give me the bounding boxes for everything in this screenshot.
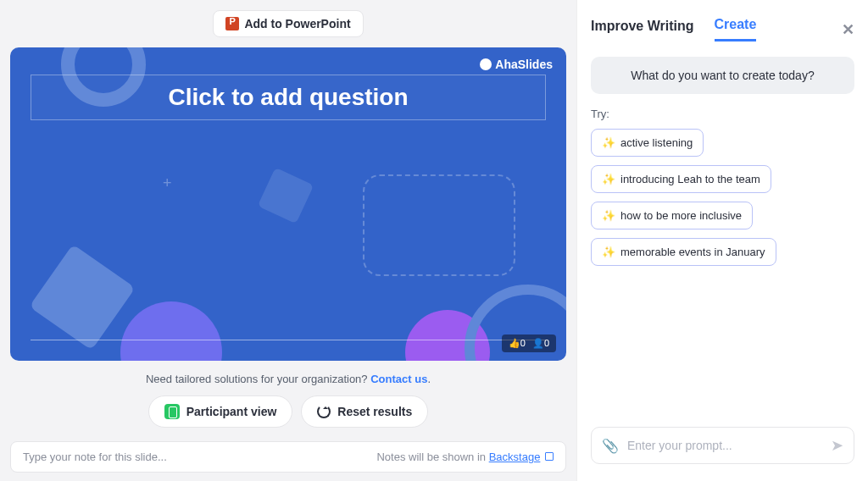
question-placeholder: Click to add question: [40, 84, 537, 111]
prompt-input[interactable]: [627, 439, 822, 452]
thumbs-stat: 👍0: [509, 338, 526, 349]
help-suffix: .: [427, 373, 431, 385]
notes-placeholder: Type your note for this slide...: [23, 451, 167, 463]
deco-square-icon: [29, 244, 135, 350]
chip-label: how to be more inclusive: [620, 209, 742, 222]
brand-logo-icon: [480, 58, 492, 70]
brand-watermark: AhaSlides: [480, 58, 553, 71]
panel-tabs: Improve Writing Create ✕: [591, 17, 854, 41]
external-link-icon: [545, 452, 554, 461]
powerpoint-icon: [225, 17, 239, 30]
prompt-hero: What do you want to create today?: [591, 57, 854, 94]
phone-icon: [164, 404, 180, 419]
close-panel-button[interactable]: ✕: [842, 20, 854, 39]
deco-circle-icon: [120, 301, 222, 361]
participant-view-label: Participant view: [186, 405, 277, 418]
sparkle-icon: ✨: [602, 209, 615, 222]
brand-label: AhaSlides: [495, 58, 553, 71]
slide-canvas[interactable]: + AhaSlides Click to add question 👍0 👤0: [10, 47, 566, 361]
slide-stats-badge: 👍0 👤0: [502, 334, 556, 352]
add-to-powerpoint-button[interactable]: Add to PowerPoint: [213, 10, 363, 37]
help-prefix: Need tailored solutions for your organiz…: [146, 373, 370, 385]
notes-hint: Notes will be shown in Backstage: [376, 451, 554, 463]
sparkle-icon: ✨: [602, 173, 615, 185]
add-to-powerpoint-label: Add to PowerPoint: [244, 17, 350, 30]
chip-label: active listening: [620, 136, 693, 149]
people-stat: 👤0: [532, 338, 549, 349]
slide-divider: [31, 340, 546, 340]
sparkle-icon: ✨: [602, 136, 615, 149]
sparkle-icon: ✨: [602, 246, 615, 258]
suggestion-chip[interactable]: ✨how to be more inclusive: [591, 202, 753, 229]
question-input-area[interactable]: Click to add question: [31, 75, 546, 120]
reset-results-button[interactable]: Reset results: [301, 395, 428, 428]
reset-results-label: Reset results: [337, 405, 412, 418]
try-label: Try:: [591, 108, 854, 120]
participant-view-button[interactable]: Participant view: [148, 395, 293, 428]
deco-square-icon: [258, 168, 314, 224]
notes-bar[interactable]: Type your note for this slide... Notes w…: [10, 441, 566, 473]
chip-label: introducing Leah to the team: [620, 173, 760, 185]
main-area: Add to PowerPoint + AhaSlides Click to a…: [0, 0, 576, 481]
suggestion-chip[interactable]: ✨memorable events in January: [591, 238, 776, 266]
help-text: Need tailored solutions for your organiz…: [10, 373, 566, 385]
tab-improve-writing[interactable]: Improve Writing: [591, 19, 694, 41]
contact-us-link[interactable]: Contact us: [370, 373, 427, 385]
suggestion-chip[interactable]: ✨introducing Leah to the team: [591, 165, 771, 193]
backstage-link[interactable]: Backstage: [489, 451, 541, 463]
prompt-input-container: 📎 ➤: [591, 427, 854, 464]
send-icon[interactable]: ➤: [831, 436, 843, 455]
top-toolbar: Add to PowerPoint: [10, 10, 566, 37]
attachment-icon[interactable]: 📎: [602, 438, 619, 454]
reload-icon: [317, 405, 331, 418]
deco-dashed-icon: [363, 174, 515, 276]
ai-side-panel: Improve Writing Create ✕ What do you wan…: [576, 0, 868, 481]
suggestion-chip-list: ✨active listening ✨introducing Leah to t…: [591, 129, 854, 266]
action-row: Participant view Reset results: [10, 395, 566, 428]
tab-create[interactable]: Create: [715, 17, 757, 41]
chip-label: memorable events in January: [620, 246, 765, 258]
suggestion-chip[interactable]: ✨active listening: [591, 129, 704, 157]
deco-plus-icon: +: [163, 174, 172, 192]
